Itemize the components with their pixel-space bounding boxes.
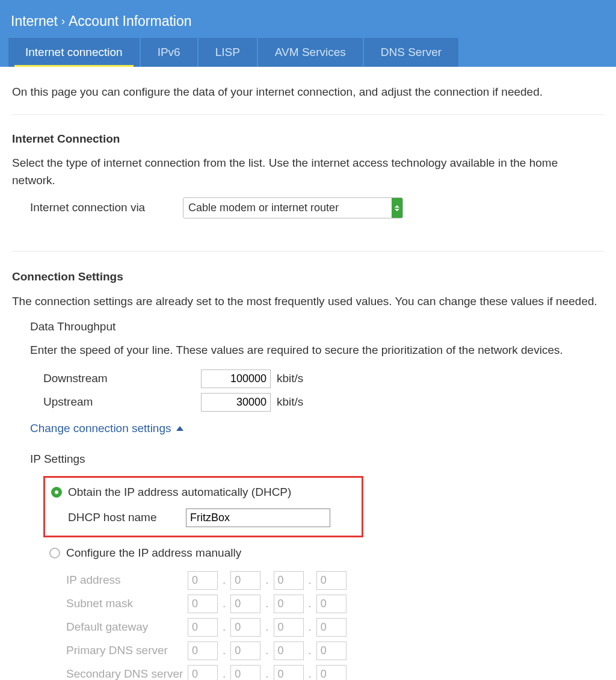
secondary-dns-octet-1[interactable] xyxy=(188,665,218,680)
internet-connection-desc: Select the type of internet connection f… xyxy=(12,155,604,189)
ip-address-label: IP address xyxy=(66,572,188,589)
upstream-unit: kbit/s xyxy=(277,394,303,411)
primary-dns-octet-1[interactable] xyxy=(188,641,218,660)
dhcp-host-input[interactable] xyxy=(186,508,330,527)
downstream-input[interactable] xyxy=(201,369,271,388)
connection-settings-desc: The connection settings are already set … xyxy=(12,293,604,311)
ip-settings-title: IP Settings xyxy=(30,451,604,468)
breadcrumb-page: Account Information xyxy=(69,11,192,32)
primary-dns-octet-2[interactable] xyxy=(230,641,260,660)
default-gateway-row: Default gateway . . . xyxy=(66,618,604,637)
tab-dns-server[interactable]: DNS Server xyxy=(364,38,458,67)
default-gateway-label: Default gateway xyxy=(66,619,188,636)
internet-via-value: Cable modem or internet router xyxy=(183,197,403,218)
primary-dns-row: Primary DNS server . . . xyxy=(66,641,604,660)
default-gateway-octet-1[interactable] xyxy=(188,618,218,637)
subnet-mask-octet-3[interactable] xyxy=(274,595,304,613)
intro-text: On this page you can configure the data … xyxy=(12,84,604,115)
default-gateway-octet-2[interactable] xyxy=(230,618,260,637)
internet-via-select[interactable]: Cable modem or internet router xyxy=(183,197,403,218)
tab-avm-services[interactable]: AVM Services xyxy=(258,38,363,67)
tab-bar: Internet connection IPv6 LISP AVM Servic… xyxy=(8,38,608,67)
breadcrumb: Internet › Account Information xyxy=(8,11,608,32)
secondary-dns-row: Secondary DNS server . . . xyxy=(66,665,604,680)
subnet-mask-octet-4[interactable] xyxy=(316,595,346,613)
change-connection-settings-label: Change connection settings xyxy=(30,420,171,437)
dhcp-highlight-box: Obtain the IP address automatically (DHC… xyxy=(43,476,363,537)
manual-radio[interactable] xyxy=(49,548,60,558)
divider xyxy=(12,251,604,252)
internet-connection-title: Internet Connection xyxy=(12,131,604,148)
subnet-mask-label: Subnet mask xyxy=(66,595,188,613)
secondary-dns-octet-2[interactable] xyxy=(230,665,260,680)
downstream-unit: kbit/s xyxy=(277,370,303,388)
ip-address-octet-4[interactable] xyxy=(316,571,346,590)
throughput-desc: Enter the speed of your line. These valu… xyxy=(30,342,604,359)
secondary-dns-octet-4[interactable] xyxy=(316,665,346,680)
subnet-mask-row: Subnet mask . . . xyxy=(66,595,604,613)
default-gateway-octet-4[interactable] xyxy=(316,618,346,637)
ip-address-octet-3[interactable] xyxy=(274,571,304,590)
ip-address-row: IP address . . . xyxy=(66,571,604,590)
primary-dns-label: Primary DNS server xyxy=(66,642,188,660)
dhcp-radio[interactable] xyxy=(51,487,62,498)
tab-ipv6[interactable]: IPv6 xyxy=(141,38,197,67)
upstream-input[interactable] xyxy=(201,393,271,412)
downstream-label: Downstream xyxy=(43,370,201,388)
connection-settings-title: Connection Settings xyxy=(12,268,604,286)
header: Internet › Account Information Internet … xyxy=(0,0,616,67)
throughput-title: Data Throughput xyxy=(30,318,604,336)
dhcp-radio-label: Obtain the IP address automatically (DHC… xyxy=(68,484,291,501)
internet-via-label: Internet connection via xyxy=(30,199,183,217)
content-area: On this page you can configure the data … xyxy=(0,67,616,680)
change-connection-settings-toggle[interactable]: Change connection settings xyxy=(30,420,604,437)
upstream-label: Upstream xyxy=(43,394,201,411)
breadcrumb-section[interactable]: Internet xyxy=(11,11,58,32)
subnet-mask-octet-1[interactable] xyxy=(188,595,218,613)
ip-address-octet-2[interactable] xyxy=(230,571,260,590)
breadcrumb-separator-icon: › xyxy=(61,13,65,29)
dhcp-host-label: DHCP host name xyxy=(68,509,186,527)
secondary-dns-label: Secondary DNS server xyxy=(66,666,188,680)
ip-address-octet-1[interactable] xyxy=(188,571,218,590)
triangle-up-icon xyxy=(176,426,183,431)
secondary-dns-octet-3[interactable] xyxy=(274,665,304,680)
subnet-mask-octet-2[interactable] xyxy=(230,595,260,613)
primary-dns-octet-3[interactable] xyxy=(274,641,304,660)
default-gateway-octet-3[interactable] xyxy=(274,618,304,637)
tab-lisp[interactable]: LISP xyxy=(199,38,257,67)
primary-dns-octet-4[interactable] xyxy=(316,641,346,660)
tab-internet-connection[interactable]: Internet connection xyxy=(8,38,140,67)
manual-radio-label: Configure the IP address manually xyxy=(66,545,241,562)
